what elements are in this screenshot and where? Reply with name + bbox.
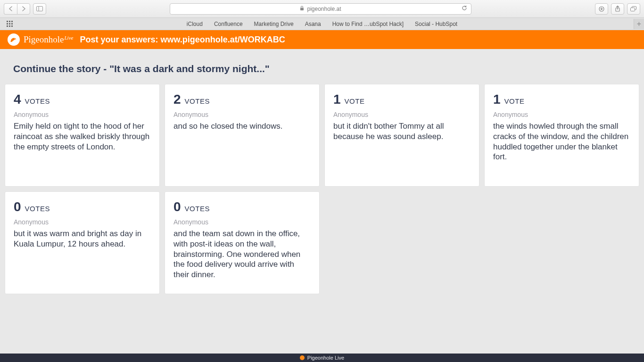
footer-logo-icon — [300, 355, 305, 360]
answer-author: Anonymous — [14, 111, 151, 118]
downloads-button[interactable] — [595, 3, 608, 15]
bookmark-item[interactable]: Social - HubSpot — [415, 21, 457, 27]
brand-name: Pigeonhole — [24, 34, 64, 45]
vote-count: 0 — [14, 199, 21, 214]
bookmark-links: iCloud Confluence Marketing Drive Asana … — [187, 21, 457, 27]
svg-rect-0 — [37, 7, 43, 11]
bookmark-item[interactable]: Marketing Drive — [254, 21, 294, 27]
bookmark-item[interactable]: How to Find …ubSpot Hack] — [332, 21, 404, 27]
toolbar-right — [595, 3, 640, 15]
brand-logo: Pigeonhole Live — [8, 33, 73, 46]
answer-text: Emily held on tight to the hood of her r… — [14, 121, 151, 152]
bookmark-item[interactable]: iCloud — [187, 21, 203, 27]
vote-count: 1 — [333, 92, 341, 107]
vote-count: 1 — [493, 92, 501, 107]
favorites-grid-icon[interactable] — [7, 21, 13, 27]
answer-card[interactable]: 1VOTE Anonymous but it didn't bother Tom… — [324, 84, 479, 187]
bookmarks-bar: iCloud Confluence Marketing Drive Asana … — [0, 18, 644, 30]
browser-toolbar: pigeonhole.at — [0, 0, 644, 18]
answer-text: but it was warm and bright as day in Kua… — [14, 229, 151, 249]
bookmark-item[interactable]: Asana — [305, 21, 321, 27]
forward-button[interactable] — [17, 3, 30, 15]
answer-author: Anonymous — [173, 111, 311, 118]
answer-grid: 4VOTES Anonymous Emily held on tight to … — [0, 84, 644, 294]
back-button[interactable] — [4, 3, 17, 15]
answer-text: but it didn't bother Tommy at all becaus… — [333, 121, 471, 142]
answer-author: Anonymous — [14, 218, 151, 226]
answer-card[interactable]: 2VOTES Anonymous and so he closed the wi… — [165, 84, 320, 187]
bird-icon — [8, 33, 20, 46]
footer-bar: Pigeonhole Live — [0, 354, 644, 362]
reload-icon[interactable] — [462, 5, 467, 12]
address-bar[interactable]: pigeonhole.at — [170, 3, 471, 15]
tabs-button[interactable] — [627, 3, 640, 15]
brand-suffix: Live — [65, 35, 74, 41]
bookmark-item[interactable]: Confluence — [214, 21, 243, 27]
answer-card[interactable]: 0VOTES Anonymous and the team sat down i… — [165, 191, 320, 294]
answer-text: and so he closed the windows. — [173, 121, 311, 132]
vote-label: VOTES — [25, 97, 50, 105]
share-button[interactable] — [611, 3, 624, 15]
vote-label: VOTES — [185, 205, 210, 213]
vote-count: 4 — [14, 92, 21, 107]
answer-author: Anonymous — [493, 111, 630, 118]
answer-author: Anonymous — [173, 218, 311, 226]
answer-text: and the team sat down in the office, wit… — [173, 229, 311, 280]
lock-icon — [300, 6, 304, 12]
svg-rect-6 — [631, 8, 635, 11]
sidebar-toggle-button[interactable] — [33, 3, 46, 15]
answer-card[interactable]: 0VOTES Anonymous but it was warm and bri… — [5, 191, 160, 294]
vote-label: VOTE — [504, 97, 525, 105]
vote-count: 0 — [173, 199, 181, 214]
new-tab-button[interactable]: + — [634, 19, 644, 29]
footer-label: Pigeonhole Live — [307, 355, 344, 361]
svg-rect-2 — [300, 8, 304, 10]
vote-count: 2 — [173, 92, 181, 107]
svg-point-7 — [15, 39, 16, 40]
app-header: Pigeonhole Live Post your answers: www.p… — [0, 30, 644, 49]
header-message: Post your answers: www.pigeonhole.at/WOR… — [80, 35, 285, 45]
vote-label: VOTES — [25, 205, 50, 213]
vote-label: VOTES — [185, 97, 210, 105]
answer-card[interactable]: 4VOTES Anonymous Emily held on tight to … — [5, 84, 160, 187]
answer-card[interactable]: 1VOTE Anonymous the winds howled through… — [484, 84, 639, 187]
answer-text: the winds howled through the small crack… — [493, 121, 630, 162]
answer-author: Anonymous — [333, 111, 471, 118]
question-title: Continue the story - "It was a dark and … — [0, 49, 644, 84]
vote-label: VOTE — [345, 97, 365, 105]
nav-buttons — [4, 3, 30, 15]
address-url: pigeonhole.at — [307, 6, 341, 12]
